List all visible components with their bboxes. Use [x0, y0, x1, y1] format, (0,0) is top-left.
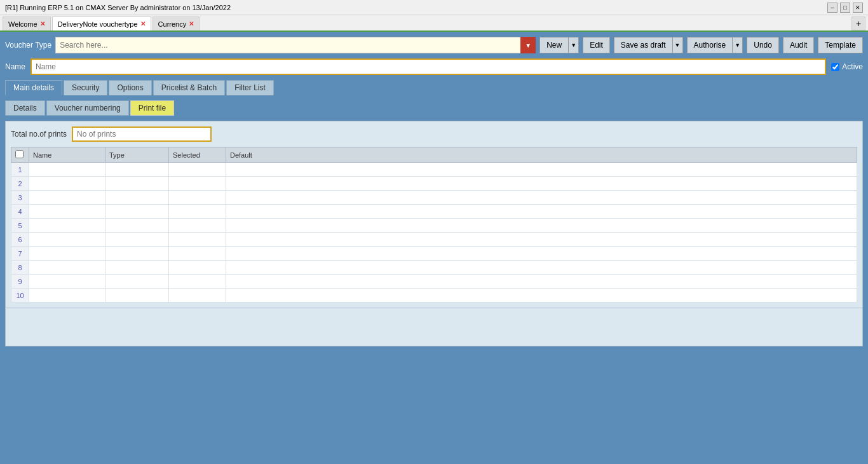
row-8-selected[interactable] — [169, 261, 226, 275]
table-row[interactable]: 8 — [11, 261, 857, 275]
search-dropdown-button[interactable]: ▼ — [520, 37, 536, 53]
row-7-selected[interactable] — [169, 247, 226, 261]
row-6-selected[interactable] — [169, 233, 226, 247]
row-number-2: 2 — [11, 177, 29, 191]
row-number-9: 9 — [11, 275, 29, 289]
row-10-name[interactable] — [29, 289, 105, 303]
close-button[interactable]: ✕ — [853, 3, 863, 13]
save-as-draft-button-group: Save as draft ▼ — [614, 37, 683, 53]
table-header-checkbox — [11, 147, 29, 163]
sub-tab-voucher-numbering[interactable]: Voucher numbering — [46, 100, 129, 116]
row-9-default[interactable] — [226, 275, 857, 289]
new-button[interactable]: New — [539, 37, 569, 53]
row-10-type[interactable] — [105, 289, 169, 303]
tab-filter-list[interactable]: Filter List — [226, 80, 274, 95]
tab-currency-close[interactable]: ✕ — [189, 20, 194, 27]
tab-welcome-close[interactable]: ✕ — [40, 20, 45, 27]
tab-currency[interactable]: Currency ✕ — [153, 17, 200, 31]
row-9-type[interactable] — [105, 275, 169, 289]
voucher-type-search-input[interactable] — [55, 37, 536, 53]
table-row[interactable]: 6 — [11, 233, 857, 247]
tab-options[interactable]: Options — [109, 80, 151, 95]
tab-security[interactable]: Security — [64, 80, 107, 95]
row-5-selected[interactable] — [169, 219, 226, 233]
table-row[interactable]: 4 — [11, 205, 857, 219]
row-10-default[interactable] — [226, 289, 857, 303]
row-8-default[interactable] — [226, 261, 857, 275]
table-row[interactable]: 2 — [11, 177, 857, 191]
sub-tab-print-file[interactable]: Print file — [130, 100, 174, 116]
row-1-selected[interactable] — [169, 163, 226, 177]
table-header-default: Default — [226, 147, 857, 163]
row-7-name[interactable] — [29, 247, 105, 261]
row-5-type[interactable] — [105, 219, 169, 233]
new-button-group: New ▼ — [539, 37, 579, 53]
new-dropdown-button[interactable]: ▼ — [569, 37, 579, 53]
voucher-type-label: Voucher Type — [5, 41, 51, 50]
row-8-name[interactable] — [29, 261, 105, 275]
row-3-selected[interactable] — [169, 191, 226, 205]
tab-bar: Welcome ✕ DeliveryNote vouchertype ✕ Cur… — [0, 15, 868, 32]
table-header-name: Name — [29, 147, 105, 163]
tab-deliverynote-close[interactable]: ✕ — [140, 20, 146, 27]
row-7-type[interactable] — [105, 247, 169, 261]
table-row[interactable]: 5 — [11, 219, 857, 233]
table-row[interactable]: 3 — [11, 191, 857, 205]
select-all-checkbox[interactable] — [15, 150, 24, 158]
sub-tab-details[interactable]: Details — [5, 100, 45, 116]
add-tab-button[interactable]: + — [851, 17, 865, 31]
row-2-selected[interactable] — [169, 177, 226, 191]
table-row[interactable]: 1 — [11, 163, 857, 177]
row-2-default[interactable] — [226, 177, 857, 191]
row-3-type[interactable] — [105, 191, 169, 205]
active-checkbox[interactable] — [831, 63, 839, 71]
save-as-draft-dropdown-button[interactable]: ▼ — [673, 37, 683, 53]
row-2-type[interactable] — [105, 177, 169, 191]
row-5-default[interactable] — [226, 219, 857, 233]
row-10-selected[interactable] — [169, 289, 226, 303]
tab-deliverynote[interactable]: DeliveryNote vouchertype ✕ — [52, 17, 151, 31]
row-6-type[interactable] — [105, 233, 169, 247]
undo-button[interactable]: Undo — [747, 37, 779, 53]
minimize-button[interactable]: – — [827, 3, 837, 13]
row-3-default[interactable] — [226, 191, 857, 205]
template-button[interactable]: Template — [818, 37, 863, 53]
table-row[interactable]: 9 — [11, 275, 857, 289]
audit-button[interactable]: Audit — [783, 37, 814, 53]
authorise-dropdown-button[interactable]: ▼ — [733, 37, 743, 53]
row-6-name[interactable] — [29, 233, 105, 247]
row-3-name[interactable] — [29, 191, 105, 205]
table-row[interactable]: 7 — [11, 247, 857, 261]
total-prints-input[interactable] — [72, 126, 212, 142]
name-input[interactable] — [31, 58, 826, 75]
row-1-name[interactable] — [29, 163, 105, 177]
save-as-draft-button[interactable]: Save as draft — [614, 37, 673, 53]
row-9-name[interactable] — [29, 275, 105, 289]
row-7-default[interactable] — [226, 247, 857, 261]
authorise-button[interactable]: Authorise — [687, 37, 733, 53]
row-4-default[interactable] — [226, 205, 857, 219]
name-row: Name Active — [5, 58, 863, 75]
row-2-name[interactable] — [29, 177, 105, 191]
row-4-selected[interactable] — [169, 205, 226, 219]
row-8-type[interactable] — [105, 261, 169, 275]
row-5-name[interactable] — [29, 219, 105, 233]
tab-welcome[interactable]: Welcome ✕ — [3, 17, 51, 31]
tab-main-details[interactable]: Main details — [5, 80, 62, 95]
total-prints-row: Total no.of prints — [11, 126, 857, 142]
app-title: [R1] Running ERP 5.1 on CMAX Server By a… — [5, 4, 231, 11]
row-6-default[interactable] — [226, 233, 857, 247]
row-9-selected[interactable] — [169, 275, 226, 289]
row-number-3: 3 — [11, 191, 29, 205]
row-1-default[interactable] — [226, 163, 857, 177]
tab-pricelist-batch[interactable]: Pricelist & Batch — [153, 80, 225, 95]
row-1-type[interactable] — [105, 163, 169, 177]
table-header-type: Type — [105, 147, 169, 163]
maximize-button[interactable]: □ — [840, 3, 850, 13]
total-prints-label: Total no.of prints — [11, 130, 67, 139]
main-tab-underline — [5, 95, 863, 97]
edit-button[interactable]: Edit — [583, 37, 610, 53]
row-4-type[interactable] — [105, 205, 169, 219]
table-row[interactable]: 10 — [11, 289, 857, 303]
row-4-name[interactable] — [29, 205, 105, 219]
